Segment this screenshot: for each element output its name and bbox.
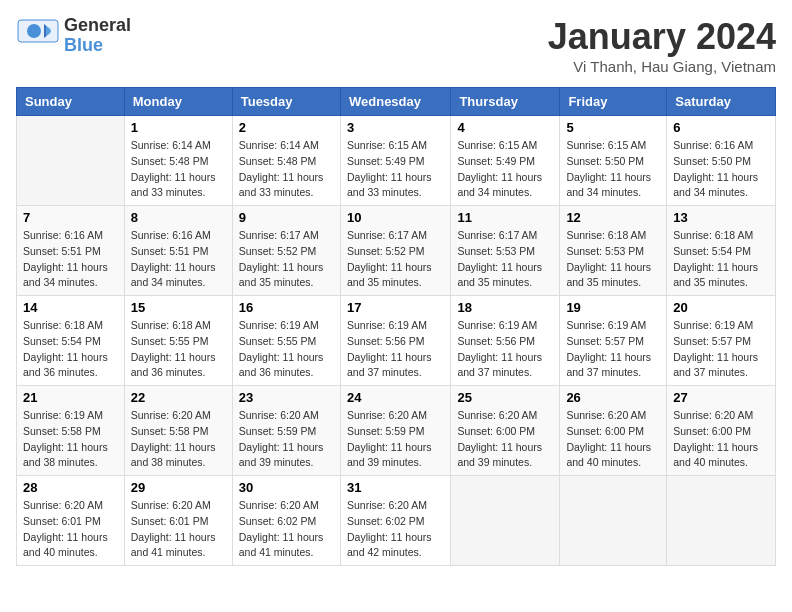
day-number: 1 (131, 120, 226, 135)
calendar-body: 1Sunrise: 6:14 AM Sunset: 5:48 PM Daylig… (17, 116, 776, 566)
title-block: January 2024 Vi Thanh, Hau Giang, Vietna… (548, 16, 776, 75)
calendar-cell: 3Sunrise: 6:15 AM Sunset: 5:49 PM Daylig… (340, 116, 450, 206)
day-info: Sunrise: 6:16 AM Sunset: 5:50 PM Dayligh… (673, 138, 769, 201)
header-cell-saturday: Saturday (667, 88, 776, 116)
week-row-3: 14Sunrise: 6:18 AM Sunset: 5:54 PM Dayli… (17, 296, 776, 386)
day-number: 23 (239, 390, 334, 405)
calendar-cell (667, 476, 776, 566)
calendar-table: SundayMondayTuesdayWednesdayThursdayFrid… (16, 87, 776, 566)
calendar-cell: 27Sunrise: 6:20 AM Sunset: 6:00 PM Dayli… (667, 386, 776, 476)
day-info: Sunrise: 6:15 AM Sunset: 5:49 PM Dayligh… (347, 138, 444, 201)
calendar-cell: 18Sunrise: 6:19 AM Sunset: 5:56 PM Dayli… (451, 296, 560, 386)
calendar-cell: 9Sunrise: 6:17 AM Sunset: 5:52 PM Daylig… (232, 206, 340, 296)
day-number: 29 (131, 480, 226, 495)
page-header: General Blue January 2024 Vi Thanh, Hau … (16, 16, 776, 75)
calendar-cell: 24Sunrise: 6:20 AM Sunset: 5:59 PM Dayli… (340, 386, 450, 476)
day-number: 28 (23, 480, 118, 495)
day-number: 7 (23, 210, 118, 225)
day-info: Sunrise: 6:20 AM Sunset: 6:00 PM Dayligh… (457, 408, 553, 471)
day-info: Sunrise: 6:18 AM Sunset: 5:54 PM Dayligh… (23, 318, 118, 381)
day-number: 4 (457, 120, 553, 135)
calendar-cell: 30Sunrise: 6:20 AM Sunset: 6:02 PM Dayli… (232, 476, 340, 566)
calendar-cell: 5Sunrise: 6:15 AM Sunset: 5:50 PM Daylig… (560, 116, 667, 206)
day-number: 13 (673, 210, 769, 225)
week-row-5: 28Sunrise: 6:20 AM Sunset: 6:01 PM Dayli… (17, 476, 776, 566)
day-info: Sunrise: 6:16 AM Sunset: 5:51 PM Dayligh… (23, 228, 118, 291)
calendar-cell: 20Sunrise: 6:19 AM Sunset: 5:57 PM Dayli… (667, 296, 776, 386)
calendar-cell: 25Sunrise: 6:20 AM Sunset: 6:00 PM Dayli… (451, 386, 560, 476)
header-cell-thursday: Thursday (451, 88, 560, 116)
calendar-cell: 19Sunrise: 6:19 AM Sunset: 5:57 PM Dayli… (560, 296, 667, 386)
calendar-cell: 16Sunrise: 6:19 AM Sunset: 5:55 PM Dayli… (232, 296, 340, 386)
day-number: 15 (131, 300, 226, 315)
day-info: Sunrise: 6:18 AM Sunset: 5:55 PM Dayligh… (131, 318, 226, 381)
day-number: 18 (457, 300, 553, 315)
day-number: 16 (239, 300, 334, 315)
day-info: Sunrise: 6:20 AM Sunset: 5:59 PM Dayligh… (347, 408, 444, 471)
day-info: Sunrise: 6:15 AM Sunset: 5:50 PM Dayligh… (566, 138, 660, 201)
calendar-cell: 12Sunrise: 6:18 AM Sunset: 5:53 PM Dayli… (560, 206, 667, 296)
header-cell-sunday: Sunday (17, 88, 125, 116)
day-number: 20 (673, 300, 769, 315)
day-number: 10 (347, 210, 444, 225)
day-number: 2 (239, 120, 334, 135)
day-number: 19 (566, 300, 660, 315)
calendar-cell: 13Sunrise: 6:18 AM Sunset: 5:54 PM Dayli… (667, 206, 776, 296)
calendar-cell: 11Sunrise: 6:17 AM Sunset: 5:53 PM Dayli… (451, 206, 560, 296)
day-number: 12 (566, 210, 660, 225)
week-row-2: 7Sunrise: 6:16 AM Sunset: 5:51 PM Daylig… (17, 206, 776, 296)
day-number: 27 (673, 390, 769, 405)
calendar-cell: 8Sunrise: 6:16 AM Sunset: 5:51 PM Daylig… (124, 206, 232, 296)
header-cell-wednesday: Wednesday (340, 88, 450, 116)
day-number: 30 (239, 480, 334, 495)
day-info: Sunrise: 6:17 AM Sunset: 5:53 PM Dayligh… (457, 228, 553, 291)
day-number: 26 (566, 390, 660, 405)
day-info: Sunrise: 6:18 AM Sunset: 5:54 PM Dayligh… (673, 228, 769, 291)
week-row-4: 21Sunrise: 6:19 AM Sunset: 5:58 PM Dayli… (17, 386, 776, 476)
day-info: Sunrise: 6:14 AM Sunset: 5:48 PM Dayligh… (239, 138, 334, 201)
day-number: 25 (457, 390, 553, 405)
location-text: Vi Thanh, Hau Giang, Vietnam (548, 58, 776, 75)
day-info: Sunrise: 6:20 AM Sunset: 6:00 PM Dayligh… (566, 408, 660, 471)
day-info: Sunrise: 6:19 AM Sunset: 5:56 PM Dayligh… (347, 318, 444, 381)
calendar-cell: 17Sunrise: 6:19 AM Sunset: 5:56 PM Dayli… (340, 296, 450, 386)
day-info: Sunrise: 6:16 AM Sunset: 5:51 PM Dayligh… (131, 228, 226, 291)
header-cell-friday: Friday (560, 88, 667, 116)
header-row: SundayMondayTuesdayWednesdayThursdayFrid… (17, 88, 776, 116)
calendar-cell: 6Sunrise: 6:16 AM Sunset: 5:50 PM Daylig… (667, 116, 776, 206)
day-info: Sunrise: 6:19 AM Sunset: 5:56 PM Dayligh… (457, 318, 553, 381)
day-number: 3 (347, 120, 444, 135)
calendar-header: SundayMondayTuesdayWednesdayThursdayFrid… (17, 88, 776, 116)
logo-general-text: General (64, 16, 131, 36)
logo-icon (16, 18, 60, 54)
calendar-cell: 7Sunrise: 6:16 AM Sunset: 5:51 PM Daylig… (17, 206, 125, 296)
calendar-cell: 31Sunrise: 6:20 AM Sunset: 6:02 PM Dayli… (340, 476, 450, 566)
header-cell-tuesday: Tuesday (232, 88, 340, 116)
day-number: 14 (23, 300, 118, 315)
logo-text: General Blue (64, 16, 131, 56)
day-info: Sunrise: 6:20 AM Sunset: 6:01 PM Dayligh… (23, 498, 118, 561)
header-cell-monday: Monday (124, 88, 232, 116)
calendar-cell (17, 116, 125, 206)
day-number: 21 (23, 390, 118, 405)
day-info: Sunrise: 6:20 AM Sunset: 6:00 PM Dayligh… (673, 408, 769, 471)
day-info: Sunrise: 6:15 AM Sunset: 5:49 PM Dayligh… (457, 138, 553, 201)
logo: General Blue (16, 16, 131, 56)
calendar-cell: 29Sunrise: 6:20 AM Sunset: 6:01 PM Dayli… (124, 476, 232, 566)
day-info: Sunrise: 6:20 AM Sunset: 6:01 PM Dayligh… (131, 498, 226, 561)
day-info: Sunrise: 6:17 AM Sunset: 5:52 PM Dayligh… (347, 228, 444, 291)
day-info: Sunrise: 6:20 AM Sunset: 6:02 PM Dayligh… (347, 498, 444, 561)
calendar-cell: 14Sunrise: 6:18 AM Sunset: 5:54 PM Dayli… (17, 296, 125, 386)
day-info: Sunrise: 6:19 AM Sunset: 5:57 PM Dayligh… (673, 318, 769, 381)
day-info: Sunrise: 6:18 AM Sunset: 5:53 PM Dayligh… (566, 228, 660, 291)
calendar-cell: 22Sunrise: 6:20 AM Sunset: 5:58 PM Dayli… (124, 386, 232, 476)
calendar-cell (560, 476, 667, 566)
logo-blue-text: Blue (64, 36, 131, 56)
day-info: Sunrise: 6:20 AM Sunset: 5:58 PM Dayligh… (131, 408, 226, 471)
calendar-cell: 23Sunrise: 6:20 AM Sunset: 5:59 PM Dayli… (232, 386, 340, 476)
day-number: 17 (347, 300, 444, 315)
calendar-cell: 10Sunrise: 6:17 AM Sunset: 5:52 PM Dayli… (340, 206, 450, 296)
day-number: 5 (566, 120, 660, 135)
day-number: 11 (457, 210, 553, 225)
day-number: 9 (239, 210, 334, 225)
